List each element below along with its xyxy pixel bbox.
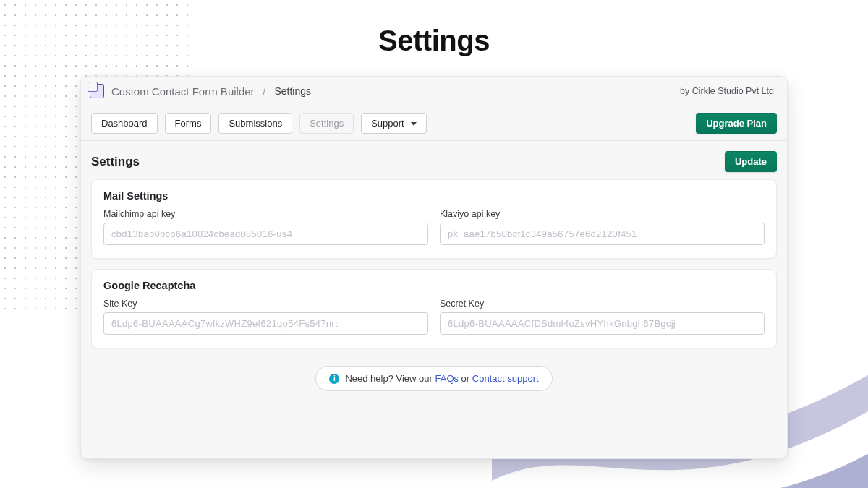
tab-bar: Dashboard Forms Submissions Settings Sup… xyxy=(81,106,787,141)
mail-settings-title: Mail Settings xyxy=(103,190,765,202)
update-button[interactable]: Update xyxy=(725,151,777,172)
app-logo-icon xyxy=(90,84,104,98)
contact-support-link[interactable]: Contact support xyxy=(472,373,539,384)
help-text-middle: or xyxy=(459,373,472,384)
secret-key-input[interactable] xyxy=(440,312,765,335)
help-text-prefix: Need help? View our xyxy=(345,373,435,384)
tab-dashboard[interactable]: Dashboard xyxy=(91,113,158,134)
recaptcha-card: Google Recaptcha Site Key Secret Key xyxy=(91,269,777,348)
breadcrumb-current: Settings xyxy=(274,85,311,97)
section-title: Settings xyxy=(91,155,140,169)
tab-forms[interactable]: Forms xyxy=(165,113,212,134)
klaviyo-api-key-input[interactable] xyxy=(440,223,765,245)
app-name: Custom Contact Form Builder xyxy=(111,85,255,98)
site-key-input[interactable] xyxy=(103,312,428,335)
app-header: Custom Contact Form Builder / Settings b… xyxy=(81,77,787,106)
tab-submissions[interactable]: Submissions xyxy=(218,113,292,134)
site-key-label: Site Key xyxy=(103,299,428,309)
section-header: Settings Update xyxy=(81,141,787,179)
klaviyo-api-key-label: Klaviyo api key xyxy=(440,209,765,219)
breadcrumb-separator: / xyxy=(263,85,266,97)
help-pill: i Need help? View our FAQs or Contact su… xyxy=(315,366,552,391)
app-byline: by Cirkle Studio Pvt Ltd xyxy=(680,86,774,96)
mailchimp-api-key-input[interactable] xyxy=(103,223,428,245)
app-window: Custom Contact Form Builder / Settings b… xyxy=(80,76,788,459)
tab-settings[interactable]: Settings xyxy=(299,113,354,134)
secret-key-label: Secret Key xyxy=(440,299,765,309)
upgrade-plan-button[interactable]: Upgrade Plan xyxy=(696,113,777,134)
mail-settings-card: Mail Settings Mailchimp api key Klaviyo … xyxy=(91,179,777,259)
mailchimp-api-key-label: Mailchimp api key xyxy=(103,209,428,219)
chevron-down-icon xyxy=(411,122,417,126)
info-icon: i xyxy=(329,374,339,384)
tab-support[interactable]: Support xyxy=(361,113,427,134)
recaptcha-title: Google Recaptcha xyxy=(103,280,765,291)
page-title: Settings xyxy=(0,25,868,57)
tab-support-label: Support xyxy=(371,118,404,129)
faqs-link[interactable]: FAQs xyxy=(435,373,459,384)
